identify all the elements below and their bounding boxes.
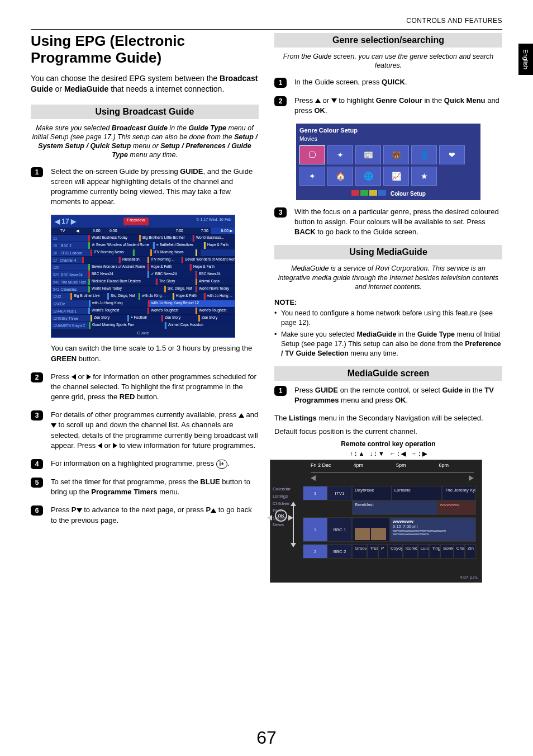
- arrow-up-icon: [211, 508, 216, 513]
- step-badge-1: 1: [274, 386, 287, 396]
- genre-icon: 🏠: [327, 167, 353, 186]
- step-badge-4: 4: [31, 459, 43, 469]
- genre-colour-popup: Genre Colour Setup Movies 🖵 ✦ 📰 🐻 👤 ❤ ✦ …: [296, 124, 480, 200]
- arrow-up-icon: [315, 98, 321, 103]
- arrow-down-icon: [51, 423, 56, 428]
- arrow-down-icon: [331, 98, 337, 103]
- broadcast-step-5: 5 To set the timer for that programme, p…: [31, 477, 259, 497]
- step-badge-3: 3: [31, 410, 43, 420]
- genre-icon: 📈: [383, 167, 409, 186]
- remote-caption: Remote control key operation: [274, 440, 502, 448]
- page-title: Using EPG (Electronic Programme Guide): [31, 33, 259, 67]
- arrow-left-icon: [98, 443, 102, 448]
- intro-text: You can choose the desired EPG system be…: [31, 73, 259, 94]
- genre-icon: 🌐: [355, 167, 381, 186]
- step-badge-1: 1: [31, 167, 43, 177]
- media-step-1: 1 Press GUIDE on the remote control, or …: [274, 385, 502, 405]
- step-badge-2: 2: [31, 372, 43, 382]
- genre-icon: ❤: [439, 145, 465, 164]
- header-rule: [31, 29, 502, 30]
- arrow-right-icon: [113, 443, 117, 448]
- genre-icon: ✦: [327, 145, 353, 164]
- note-label: NOTE:: [274, 298, 502, 306]
- step-badge-1: 1: [274, 78, 287, 88]
- broadcast-step-4: 4 For information on a highlighted progr…: [31, 459, 259, 469]
- step-badge-5: 5: [31, 478, 43, 488]
- section-broadcast-guide: Using Broadcast Guide: [31, 105, 259, 119]
- broadcast-step-6: 6 Press P to advance to the next page, o…: [31, 505, 259, 525]
- genre-step-1: 1 In the Guide screen, press QUICK.: [274, 77, 502, 88]
- section-genre: Genre selection/searching: [274, 33, 502, 48]
- page-number: 67: [0, 727, 533, 748]
- remote-key-map: ↑ : ▲ ↓ : ▼ ← : ◀ → : ▶: [274, 450, 502, 457]
- language-tab: English: [518, 44, 533, 75]
- genre-icon: 📰: [355, 145, 381, 164]
- arrow-left-icon: [72, 374, 76, 380]
- mediaguide-notes: You need to configure a home network bef…: [274, 309, 502, 358]
- header-breadcrumb: CONTROLS AND FEATURES: [31, 17, 502, 25]
- default-focus-para: Default focus position is the current ch…: [274, 427, 502, 437]
- arrow-up-icon: [239, 413, 244, 418]
- genre-icon-movies: 🖵: [299, 145, 325, 164]
- epg-caption: You can switch the time scale to 1.5 or …: [51, 343, 259, 363]
- genre-step-2: 2 Press or to highlight Genre Colour in …: [274, 96, 502, 116]
- arrow-down-icon: [77, 508, 82, 513]
- section-mediaguide: Using MediaGuide: [274, 245, 502, 259]
- arrow-right-icon: [87, 374, 91, 380]
- step-badge-3: 3: [274, 207, 287, 218]
- genre-icon: 🐻: [383, 145, 409, 164]
- colour-setup-row: Colour Setup: [299, 190, 477, 197]
- genre-step-3: 3 With the focus on a particular genre, …: [274, 207, 502, 238]
- broadcast-setup-note: Make sure you selected Broadcast Guide i…: [31, 124, 259, 160]
- broadcast-step-3: 3 For details of other programmes curren…: [31, 410, 259, 451]
- step-badge-2: 2: [274, 96, 287, 106]
- broadcast-step-2: 2 Press or for information on other prog…: [31, 372, 259, 403]
- section-mediaguide-screen: MediaGuide screen: [274, 366, 502, 381]
- genre-icon: 👤: [411, 145, 437, 164]
- epg-screenshot: ◀ 17 ▶ Freeview ↻ 1:17 Wed. 16 Feb TV ◀ …: [51, 215, 235, 338]
- broadcast-step-1: 1 Select the on-screen Guide by pressing…: [31, 167, 259, 207]
- clock-label: 4:07 p.m.: [460, 575, 478, 580]
- step-badge-6: 6: [31, 505, 43, 516]
- mediaguide-note: MediaGuide is a service of Rovi Corporat…: [274, 264, 502, 291]
- mediaguide-screenshot: Fri 2 Dec 4pm 5pm 6pm CalendarListingsCh…: [270, 460, 482, 583]
- info-button-icon: i+: [216, 460, 228, 469]
- genre-icon: ✦: [299, 167, 325, 186]
- genre-icon: ★: [411, 167, 437, 186]
- genre-note: From the Guide screen, you can use the g…: [274, 52, 502, 70]
- listings-selected-para: The Listings menu in the Secondary Navig…: [274, 413, 502, 423]
